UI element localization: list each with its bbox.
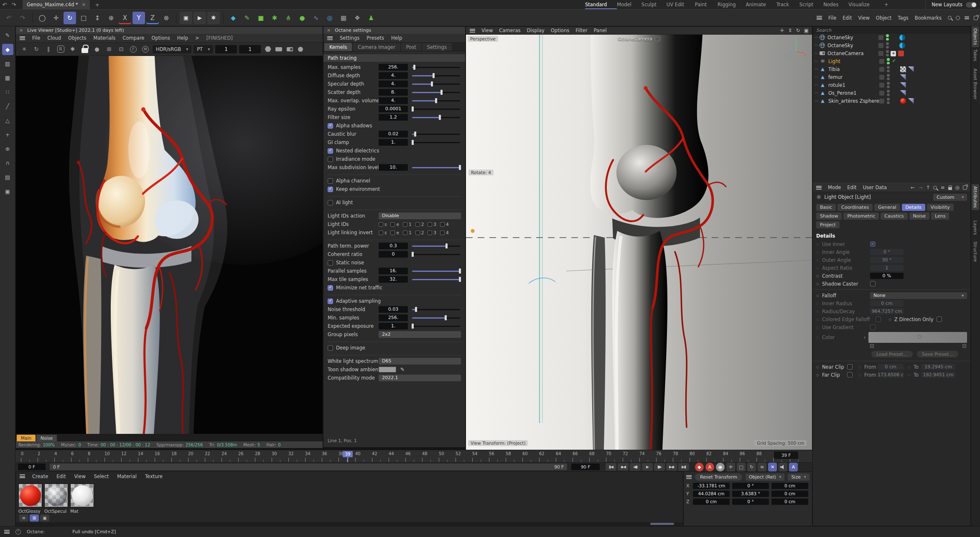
layer-chip[interactable] — [879, 83, 884, 88]
menu-item[interactable]: Display — [527, 28, 544, 33]
object-state-icon[interactable] — [891, 51, 896, 56]
layout-tab[interactable]: + — [880, 0, 903, 9]
menu-item[interactable]: Edit — [847, 185, 856, 190]
close-window-icon[interactable]: × — [327, 28, 331, 33]
checkbox[interactable] — [328, 260, 333, 266]
layout-tab[interactable]: Script — [799, 0, 823, 9]
popout-icon[interactable] — [974, 16, 978, 20]
scale-button[interactable]: □ — [77, 12, 90, 24]
channel-tab[interactable]: Main — [17, 435, 36, 441]
reset-transform-button[interactable]: Reset Transform — [695, 474, 742, 481]
dynamics-button[interactable]: ● — [296, 12, 308, 24]
menu-item[interactable]: Objects — [68, 35, 86, 41]
z-direction-only-checkbox[interactable] — [937, 317, 942, 322]
attribute-tab[interactable]: Details — [902, 204, 925, 211]
pause-render-button[interactable]: ‖ — [43, 44, 53, 54]
far-clip-from-field[interactable]: 173.6506 cm — [878, 372, 904, 378]
workplane-mode-button[interactable]: ▦ — [2, 72, 13, 84]
inner-radius-field[interactable]: 0 cm — [870, 300, 904, 306]
value-field[interactable]: 1.2 — [379, 114, 408, 121]
value-field[interactable]: 0.3 — [379, 243, 408, 249]
last-tool-button[interactable]: ↕ — [91, 12, 104, 24]
orbit-view-button[interactable]: ↻ — [796, 28, 800, 33]
next-key-button[interactable]: ▶◆ — [666, 463, 677, 471]
clay-mode-button[interactable] — [263, 44, 273, 54]
menu-item[interactable]: Object — [876, 15, 891, 21]
layer-chip[interactable] — [878, 51, 883, 56]
value-field[interactable]: 1. — [379, 323, 408, 329]
render-settings-button[interactable]: ✱ — [207, 12, 220, 24]
aspect-ratio-field[interactable]: 1 — [870, 265, 904, 271]
slider[interactable] — [412, 306, 460, 312]
menu-item[interactable]: Cameras — [499, 28, 520, 33]
checkbox[interactable] — [328, 187, 333, 192]
sound-toggle-button[interactable] — [779, 463, 787, 471]
eyedropper-icon[interactable]: ✎ — [400, 367, 405, 372]
visibility-dots[interactable] — [887, 58, 890, 64]
points-mode-button[interactable]: ∷ — [2, 86, 13, 98]
object-state-icon[interactable] — [891, 66, 898, 72]
object-state-icon[interactable] — [891, 34, 897, 41]
keyframe-presets-button[interactable]: ✕ — [768, 463, 777, 471]
object-tag[interactable] — [898, 51, 904, 56]
joints-button[interactable]: ⋔ — [282, 12, 295, 24]
simulation-button[interactable]: ❖ — [351, 12, 364, 24]
menu-icon[interactable] — [470, 29, 475, 33]
color-gradient-bar[interactable] — [868, 332, 967, 343]
object-name[interactable]: rotule1 — [828, 82, 879, 88]
playhead[interactable]: 39 — [343, 451, 353, 457]
checkbox[interactable] — [328, 299, 333, 304]
lock-icon[interactable] — [948, 187, 952, 190]
menu-item[interactable]: View — [858, 15, 870, 21]
value-field[interactable]: 10. — [379, 164, 408, 171]
pick-material-button[interactable]: ● — [92, 44, 102, 54]
value-field[interactable]: 2022.1 — [379, 375, 461, 381]
animation-palette-button[interactable]: A — [789, 463, 798, 471]
coordinate-system-button[interactable]: ⊕ — [105, 12, 117, 24]
kernel-dropdown[interactable]: PT▾ — [193, 45, 213, 53]
material-thumbnail[interactable] — [70, 484, 94, 507]
menu-icon[interactable] — [20, 474, 25, 478]
shadow-caster-checkbox[interactable] — [870, 281, 876, 286]
checkbox[interactable] — [328, 200, 333, 205]
menu-item[interactable]: File — [32, 35, 40, 41]
layout-tab[interactable]: Visualize — [848, 0, 880, 9]
side-tab-attributes[interactable]: Attributes — [972, 184, 979, 210]
object-state-icon[interactable] — [891, 90, 898, 96]
slider[interactable] — [412, 165, 460, 170]
make-editable-button[interactable]: ✎ — [2, 30, 13, 41]
range-end-field[interactable]: 90 F — [571, 464, 600, 470]
menu-item[interactable]: Edit — [843, 15, 852, 21]
gradient-knob[interactable] — [962, 344, 966, 348]
position-field[interactable]: -33.1781 cm — [693, 483, 730, 489]
object-name[interactable]: OctaneCamera — [827, 51, 878, 56]
axis-lock-button[interactable]: ⊗ — [160, 12, 173, 24]
layout-tab[interactable]: Paint — [694, 0, 718, 9]
slider[interactable] — [412, 315, 460, 321]
menu-item[interactable]: Material — [117, 474, 137, 479]
octane-logo-icon[interactable]: ✳ — [19, 44, 29, 54]
menu-item[interactable]: User Data — [863, 185, 887, 190]
previous-frame-button[interactable]: ◀▮ — [630, 463, 641, 471]
slider[interactable] — [412, 64, 460, 70]
bookmark-icon[interactable] — [956, 16, 960, 20]
attribute-tab[interactable]: Visibility — [927, 204, 954, 211]
layout-tab[interactable]: Track — [776, 0, 799, 9]
object-row[interactable]: Light — [813, 57, 970, 65]
colored-edge-falloff-checkbox[interactable] — [876, 317, 881, 322]
object-state-icon[interactable] — [891, 74, 898, 80]
layout-tab[interactable]: Rigging — [718, 0, 746, 9]
expand-icon[interactable]: › — [864, 334, 866, 340]
material-item[interactable]: OctSpecul — [44, 484, 69, 514]
position-field[interactable]: 0 cm — [693, 499, 730, 505]
value-field[interactable]: 256. — [379, 64, 408, 71]
attribute-tab[interactable]: Noise — [909, 213, 930, 220]
z-axis-button[interactable]: Z — [146, 12, 159, 24]
object-tag[interactable] — [900, 82, 906, 88]
render-region-button[interactable]: R — [56, 44, 66, 54]
material-picker-button[interactable]: M — [140, 44, 150, 54]
array-button[interactable]: ▦ — [337, 12, 350, 24]
undo-button[interactable]: ↶ — [3, 12, 15, 24]
object-tag[interactable] — [900, 74, 906, 80]
object-row[interactable]: Skin_artères Zsphere10 — [813, 97, 970, 105]
